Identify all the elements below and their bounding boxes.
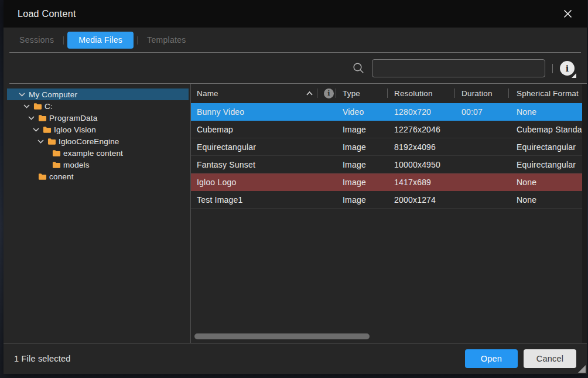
footer-bar: 1 File selected Open Cancel [4, 343, 587, 374]
cell-name: Equirectangular [191, 142, 317, 152]
cell-type: Image [336, 195, 387, 205]
file-table-viewport: Name i Type Resolution [191, 84, 582, 209]
chevron-down-icon[interactable] [18, 93, 25, 97]
cell-name: Igloo Logo [191, 178, 317, 187]
tab-divider [137, 36, 138, 45]
cell-resolution: 1417x689 [387, 178, 454, 187]
cell-type: Image [336, 142, 387, 152]
tab-bar: Sessions Media Files Templates [4, 28, 587, 53]
table-row[interactable]: Cubemap Image 12276x2046 Cubemap Standar… [191, 121, 582, 138]
open-button[interactable]: Open [465, 349, 518, 368]
cancel-button[interactable]: Cancel [524, 349, 576, 368]
folder-tree: My Computer C: ProgramData [4, 84, 191, 343]
tree-item[interactable]: conent [7, 171, 189, 182]
tree-item[interactable]: Igloo Vision [7, 124, 189, 135]
title-bar: Load Content [4, 0, 587, 28]
cell-resolution: 8192x4096 [387, 142, 454, 152]
column-header-label: Resolution [394, 89, 433, 98]
tree-item-label: Igloo Vision [54, 125, 96, 134]
tree-item-label: conent [49, 172, 74, 181]
tab-media-files[interactable]: Media Files [67, 32, 134, 49]
cell-resolution: 10000x4950 [387, 160, 454, 169]
tree-item-label: models [63, 161, 90, 169]
column-header-spherical-format[interactable]: Spherical Format [508, 84, 582, 103]
cell-name: Fantasy Sunset [191, 160, 317, 169]
chevron-down-icon[interactable] [23, 104, 30, 108]
table-row[interactable]: Fantasy Sunset Image 10000x4950 Equirect… [191, 156, 582, 173]
column-header-duration[interactable]: Duration [454, 84, 508, 103]
tree-item[interactable]: C: [7, 100, 189, 112]
folder-icon [38, 173, 47, 181]
table-header: Name i Type Resolution [191, 84, 582, 103]
cell-type: Video [336, 107, 387, 117]
chevron-down-icon[interactable] [32, 128, 39, 132]
column-header-type[interactable]: Type [336, 84, 387, 103]
cell-resolution: 2000x1274 [387, 195, 454, 205]
tab-divider [63, 36, 64, 45]
tree-item[interactable]: My Computer [7, 88, 189, 100]
chevron-down-icon[interactable] [37, 139, 44, 144]
cell-name: Bunny Video [191, 107, 317, 117]
info-icon: i [324, 88, 334, 98]
search-toolbar: i [4, 53, 587, 84]
table-row[interactable]: Igloo Logo Image 1417x689 None [191, 173, 582, 191]
vertical-scrollbar-gutter [582, 84, 587, 343]
folder-icon [38, 114, 47, 122]
tree-item-label: IglooCoreEngine [59, 137, 119, 146]
close-button[interactable] [562, 9, 573, 19]
toolbar-divider [552, 64, 553, 73]
cell-name: Test Image1 [191, 195, 317, 205]
selection-status: 1 File selected [14, 354, 71, 363]
column-header-label: Name [197, 89, 218, 98]
resize-grip[interactable] [578, 365, 586, 373]
tree-item[interactable]: models [7, 159, 189, 171]
sort-ascending-icon [306, 91, 313, 96]
horizontal-scrollbar-thumb[interactable] [194, 333, 370, 339]
info-button[interactable]: i [560, 61, 575, 76]
close-icon [563, 9, 572, 18]
tree-item[interactable]: example content [7, 147, 189, 159]
folder-icon [43, 126, 52, 134]
cell-type: Image [336, 178, 387, 187]
cell-spherical-format: None [508, 107, 582, 117]
cell-name: Cubemap [191, 125, 317, 134]
tab-templates[interactable]: Templates [141, 32, 192, 49]
column-header-name[interactable]: Name [191, 84, 317, 103]
column-header-label: Duration [461, 89, 493, 98]
table-row[interactable]: Equirectangular Image 8192x4096 Equirect… [191, 138, 582, 156]
column-header-label: Type [343, 89, 360, 98]
cell-spherical-format: None [508, 195, 582, 205]
dialog-title: Load Content [18, 9, 76, 19]
search-input[interactable] [372, 59, 545, 77]
cell-type: Image [336, 160, 387, 169]
folder-icon [47, 138, 56, 145]
search-icon [353, 62, 365, 74]
cell-spherical-format: Equirectangular [508, 160, 582, 169]
content-area: My Computer C: ProgramData [4, 84, 587, 343]
cell-duration: 00:07 [454, 107, 508, 117]
cell-type: Image [336, 125, 387, 134]
table-row[interactable]: Test Image1 Image 2000x1274 None [191, 191, 582, 209]
tab-sessions[interactable]: Sessions [13, 32, 60, 49]
footer-buttons: Open Cancel [465, 349, 576, 368]
folder-icon [52, 161, 61, 169]
tree-item[interactable]: ProgramData [7, 112, 189, 124]
tree-item[interactable]: IglooCoreEngine [7, 135, 189, 147]
tree-item-label: C: [45, 102, 53, 111]
info-icon: i [566, 64, 569, 73]
table-row[interactable]: Bunny Video Video 1280x720 00:07 None [191, 103, 582, 121]
tree-item-label: ProgramData [49, 114, 97, 122]
tree-item-label: example content [63, 149, 123, 158]
column-header-info[interactable]: i [317, 84, 336, 103]
cell-spherical-format: Cubemap Standard [508, 125, 582, 134]
tree-item-label: My Computer [29, 90, 77, 99]
load-content-dialog: Load Content Sessions Media Files Templa… [4, 0, 587, 374]
file-table-panel: Name i Type Resolution [191, 84, 582, 343]
folder-icon [33, 103, 42, 110]
column-header-resolution[interactable]: Resolution [387, 84, 454, 103]
column-header-label: Spherical Format [517, 89, 579, 98]
chevron-down-icon[interactable] [28, 116, 35, 120]
cell-spherical-format: None [508, 178, 582, 187]
cell-spherical-format: Equirectangular [508, 142, 582, 152]
file-table-body: Bunny Video Video 1280x720 00:07 None Cu… [191, 103, 582, 209]
